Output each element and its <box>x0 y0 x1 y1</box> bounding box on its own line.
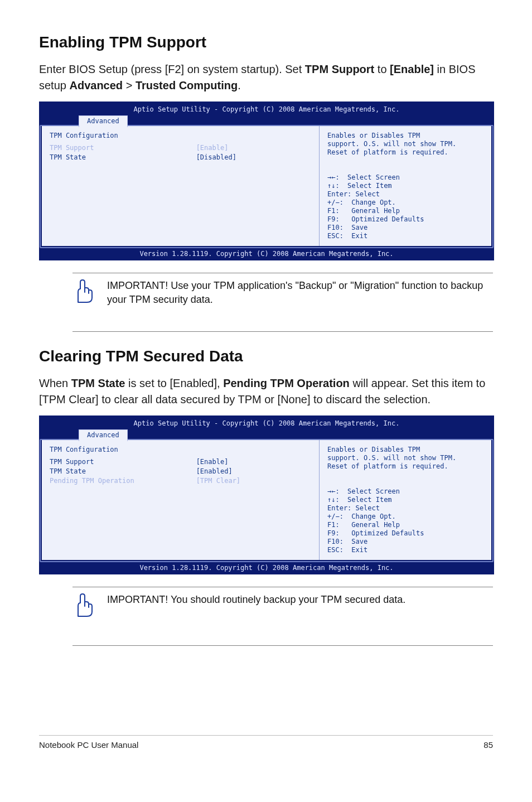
text: Enter BIOS Setup (press [F2] on system s… <box>39 63 305 75</box>
notice-backup-migration: IMPORTANT! Use your TPM application's "B… <box>72 273 493 307</box>
bios-key-hint: +/−: Change Opt. <box>327 513 483 521</box>
bios-key-hint: +/−: Change Opt. <box>327 199 483 207</box>
bios-desc-line: support. O.S. will not show TPM. <box>327 140 483 148</box>
text: . <box>238 79 241 91</box>
bios-footer-version: Version 1.28.1119. Copyright (C) 2008 Am… <box>40 248 494 260</box>
bios-row-tpm-state-value: [Enabled] <box>196 467 233 476</box>
bios-key-hint: Enter: Select <box>327 504 483 513</box>
bios-key-hint: ↑↓: Select Item <box>327 496 483 504</box>
bios-key-hint: ESC: Exit <box>327 546 483 554</box>
bios-right-pane: Enables or Disables TPM support. O.S. wi… <box>319 440 491 560</box>
bios-row-tpm-support-value: [Enable] <box>196 144 229 152</box>
bios-row-tpm-state-value: [Disabled] <box>196 153 236 162</box>
text-enable: [Enable] <box>390 63 434 75</box>
text-trusted-computing: Trusted Computing <box>136 79 238 91</box>
bios-key-hint: F10: Save <box>327 224 483 232</box>
bios-key-hint: F1: General Help <box>327 207 483 215</box>
bios-right-pane: Enables or Disables TPM support. O.S. wi… <box>319 126 491 246</box>
para-enable-tpm: Enter BIOS Setup (press [F2] on system s… <box>39 61 493 94</box>
bios-key-hint: F9: Optimized Defaults <box>327 529 483 538</box>
bios-section-title: TPM Configuration <box>50 132 311 140</box>
bios-header-title: Aptio Setup Utility - Copyright (C) 2008… <box>40 104 494 115</box>
bios-key-hint: F9: Optimized Defaults <box>327 215 483 224</box>
bios-key-hint: ↑↓: Select Item <box>327 182 483 190</box>
text-pending-tpm-operation: Pending TPM Operation <box>223 377 350 389</box>
bios-screenshot-2: Aptio Setup Utility - Copyright (C) 2008… <box>39 416 494 574</box>
text: to <box>374 63 390 75</box>
bios-row-tpm-state-label: TPM State <box>50 467 196 476</box>
heading-clear-tpm: Clearing TPM Secured Data <box>39 347 493 365</box>
notice-text: IMPORTANT! Use your TPM application's "B… <box>104 279 493 307</box>
bios-desc-line: Enables or Disables TPM <box>327 132 483 140</box>
footer-manual-title: Notebook PC User Manual <box>39 740 138 750</box>
bios-desc-line: Reset of platform is required. <box>327 462 483 471</box>
bios-key-hint: →←: Select Screen <box>327 487 483 496</box>
bios-section-title: TPM Configuration <box>50 446 311 454</box>
notice-text: IMPORTANT! You should routinely backup y… <box>104 593 405 607</box>
bios-screenshot-1: Aptio Setup Utility - Copyright (C) 2008… <box>39 102 494 260</box>
text-advanced: Advanced <box>69 79 123 91</box>
bios-row-pending-tpm-value: [TPM Clear] <box>196 477 240 485</box>
text-tpm-state: TPM State <box>71 377 125 389</box>
footer-page-number: 85 <box>483 740 493 750</box>
heading-enable-tpm: Enabling TPM Support <box>39 33 493 51</box>
bios-tab-advanced: Advanced <box>79 429 128 441</box>
bios-key-hint: Enter: Select <box>327 190 483 199</box>
bios-header-title: Aptio Setup Utility - Copyright (C) 2008… <box>40 418 494 429</box>
bios-tab-advanced: Advanced <box>79 115 128 127</box>
bios-desc-line: Enables or Disables TPM <box>327 446 483 454</box>
bios-row-tpm-support-label: TPM Support <box>50 458 196 466</box>
bios-row-tpm-state-label: TPM State <box>50 153 196 162</box>
para-clear-tpm: When TPM State is set to [Enabled], Pend… <box>39 375 493 408</box>
bios-key-hint: →←: Select Screen <box>327 173 483 182</box>
bios-key-hint: F1: General Help <box>327 521 483 529</box>
bios-key-hint: ESC: Exit <box>327 232 483 240</box>
text: is set to [Enabled], <box>125 377 224 389</box>
text: > <box>123 79 136 91</box>
hand-note-icon <box>72 593 96 619</box>
bios-key-hint: F10: Save <box>327 538 483 546</box>
text: When <box>39 377 71 389</box>
bios-row-tpm-support-label: TPM Support <box>50 144 196 152</box>
hand-note-icon <box>72 279 96 305</box>
bios-footer-version: Version 1.28.1119. Copyright (C) 2008 Am… <box>40 562 494 574</box>
bios-row-tpm-support-value: [Enable] <box>196 458 229 466</box>
bios-desc-line: Reset of platform is required. <box>327 148 483 157</box>
text-tpm-support: TPM Support <box>305 63 374 75</box>
bios-left-pane: TPM Configuration TPM Support [Enable] T… <box>42 126 319 246</box>
notice-routine-backup: IMPORTANT! You should routinely backup y… <box>72 587 493 621</box>
bios-desc-line: support. O.S. will not show TPM. <box>327 454 483 462</box>
bios-left-pane: TPM Configuration TPM Support [Enable] T… <box>42 440 319 560</box>
bios-row-pending-tpm-label: Pending TPM Operation <box>50 477 196 485</box>
